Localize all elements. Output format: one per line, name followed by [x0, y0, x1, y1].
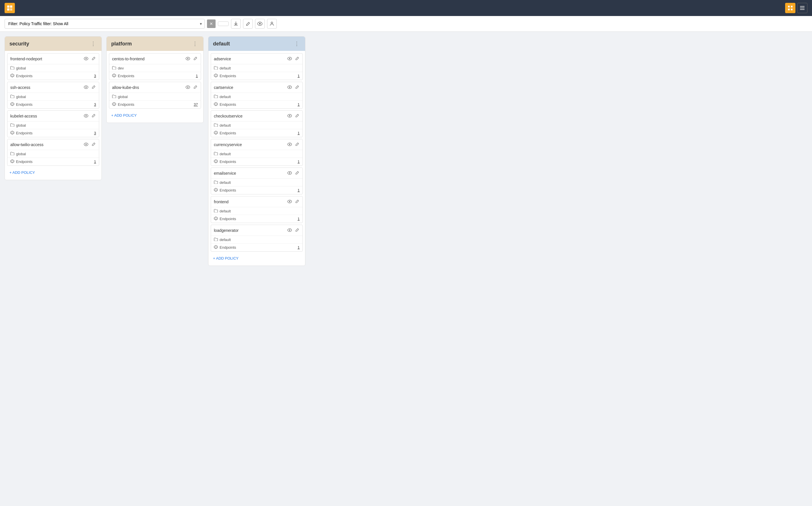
policy-namespace-row: global	[7, 64, 99, 72]
tier-menu-button-default[interactable]: ⋮	[293, 40, 301, 47]
svg-marker-49	[215, 132, 217, 134]
endpoints-label: Endpoints	[220, 74, 236, 78]
policy-edit-button[interactable]	[295, 170, 300, 176]
policy-edit-button[interactable]	[193, 56, 198, 62]
policy-view-button[interactable]	[83, 142, 89, 148]
edit-button[interactable]	[243, 19, 253, 28]
svg-marker-25	[11, 132, 13, 134]
add-policy-link-platform[interactable]: + ADD POLICY	[109, 110, 201, 120]
policy-edit-button[interactable]	[295, 227, 300, 233]
policy-card-header: frontend-nodeport	[7, 54, 99, 64]
svg-marker-21	[11, 103, 13, 105]
policy-edit-button[interactable]	[91, 142, 96, 148]
toolbar: Filter: Policy Traffic filter: Show All …	[0, 16, 812, 32]
endpoints-count[interactable]: 1	[298, 245, 300, 250]
policy-endpoints-row: Endpoints3	[7, 72, 99, 80]
policy-namespace-row: default	[211, 179, 303, 186]
policy-namespace-label: global	[16, 95, 26, 99]
endpoints-count[interactable]: 3	[94, 131, 96, 135]
endpoints-icon	[214, 188, 218, 193]
policy-action-buttons	[83, 84, 96, 90]
clear-filter-button[interactable]: ✕	[207, 19, 216, 28]
user-button[interactable]	[267, 19, 277, 28]
endpoints-icon	[214, 159, 218, 164]
policy-action-buttons	[287, 113, 300, 119]
endpoints-count[interactable]: 1	[298, 160, 300, 164]
folder-icon	[214, 180, 218, 185]
policy-view-button[interactable]	[287, 84, 293, 90]
policy-endpoints-row: Endpoints1	[211, 72, 303, 80]
policy-view-button[interactable]	[287, 227, 293, 233]
policy-name: adservice	[214, 57, 231, 61]
policy-edit-button[interactable]	[193, 84, 198, 90]
policy-edit-button[interactable]	[91, 113, 96, 119]
filter-select[interactable]: Filter: Policy Traffic filter: Show All	[5, 19, 205, 28]
policy-view-button[interactable]	[287, 170, 293, 176]
endpoints-count[interactable]: 1	[298, 74, 300, 78]
endpoints-icon	[10, 159, 14, 164]
endpoints-label: Endpoints	[220, 160, 236, 164]
view-button[interactable]	[255, 19, 265, 28]
policy-name: centos-to-frontend	[112, 57, 145, 61]
grid-view-button[interactable]	[785, 3, 795, 13]
add-policy-link-security[interactable]: + ADD POLICY	[7, 168, 99, 177]
policy-card-header: frontend	[211, 196, 303, 207]
folder-icon	[10, 94, 14, 99]
svg-rect-10	[800, 9, 805, 10]
svg-point-59	[289, 201, 290, 202]
policy-view-button[interactable]	[185, 84, 191, 90]
policy-card-header: allow-twilio-access	[7, 139, 99, 150]
policy-view-button[interactable]	[287, 199, 293, 205]
policy-edit-button[interactable]	[295, 113, 300, 119]
policy-namespace-row: default	[211, 93, 303, 101]
policy-edit-button[interactable]	[295, 56, 300, 62]
folder-icon	[112, 94, 116, 99]
list-view-button[interactable]	[797, 3, 807, 13]
policy-view-button[interactable]	[287, 56, 293, 62]
policy-edit-button[interactable]	[91, 84, 96, 90]
policy-view-button[interactable]	[287, 142, 293, 148]
policy-edit-button[interactable]	[295, 199, 300, 205]
endpoints-count[interactable]: 3	[94, 102, 96, 107]
endpoints-count[interactable]: 1	[298, 131, 300, 135]
policy-edit-button[interactable]	[91, 56, 96, 62]
endpoints-count[interactable]: 1	[298, 102, 300, 107]
policy-view-button[interactable]	[83, 113, 89, 119]
policy-view-button[interactable]	[185, 56, 191, 62]
policy-namespace-row: default	[211, 150, 303, 158]
policy-name: allow-twilio-access	[10, 142, 44, 147]
endpoints-count[interactable]: 1	[94, 160, 96, 164]
svg-rect-0	[7, 5, 9, 8]
add-policy-link-default[interactable]: + ADD POLICY	[211, 253, 303, 263]
policy-namespace-row: global	[7, 121, 99, 129]
policy-name: allow-kube-dns	[112, 85, 139, 90]
endpoints-count[interactable]: 1	[298, 188, 300, 192]
tier-menu-button-platform[interactable]: ⋮	[191, 40, 199, 47]
policy-namespace-row: global	[7, 93, 99, 101]
svg-point-35	[187, 87, 188, 88]
policy-view-button[interactable]	[83, 56, 89, 62]
app-header	[0, 0, 812, 16]
svg-marker-57	[215, 189, 217, 191]
policy-namespace-row: default	[211, 121, 303, 129]
policy-card-header: currencyservice	[211, 139, 303, 150]
endpoints-count[interactable]: 3	[94, 74, 96, 78]
policy-edit-button[interactable]	[295, 84, 300, 90]
policy-edit-button[interactable]	[295, 142, 300, 148]
endpoints-count[interactable]: 1	[298, 217, 300, 221]
endpoints-label: Endpoints	[220, 245, 236, 250]
add-tier-button[interactable]	[218, 21, 229, 26]
policy-namespace-label: default	[220, 180, 231, 185]
policy-endpoints-row: Endpoints1	[211, 244, 303, 251]
policy-view-button[interactable]	[83, 84, 89, 90]
download-button[interactable]	[231, 19, 241, 28]
policy-card-header: checkoutservice	[211, 111, 303, 121]
endpoints-count[interactable]: 37	[194, 102, 198, 107]
folder-icon	[214, 209, 218, 213]
tier-menu-button-security[interactable]: ⋮	[89, 40, 97, 47]
policy-view-button[interactable]	[287, 113, 293, 119]
tier-column-platform: platform⋮centos-to-frontenddevEndpoints1…	[106, 36, 204, 123]
folder-icon	[10, 152, 14, 156]
endpoints-count[interactable]: 1	[196, 74, 198, 78]
policy-namespace-label: default	[220, 123, 231, 128]
